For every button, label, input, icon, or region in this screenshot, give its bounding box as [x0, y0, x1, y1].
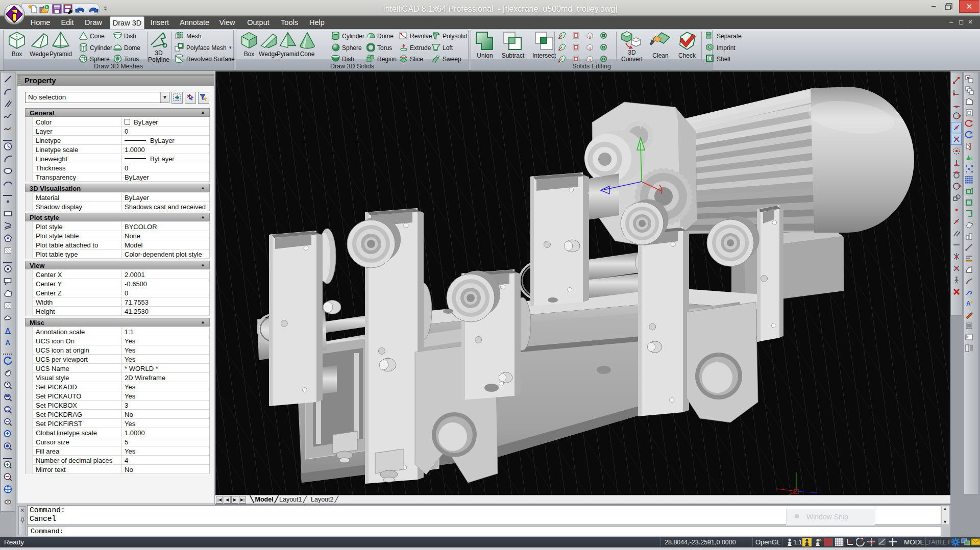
svg-text:A: A — [6, 327, 11, 334]
svg-text:Z: Z — [587, 187, 593, 195]
svg-text:A: A — [966, 300, 971, 307]
svg-text:Y: Y — [638, 121, 643, 130]
svg-text:A: A — [6, 339, 11, 346]
